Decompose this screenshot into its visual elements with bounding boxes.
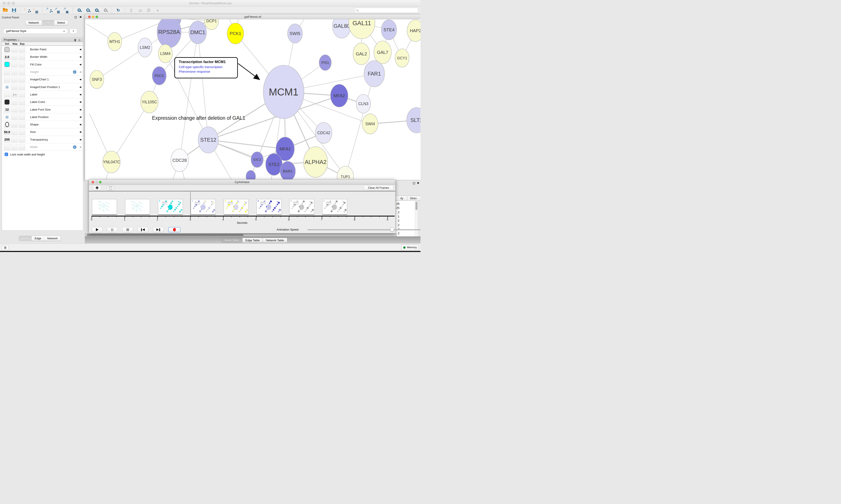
record-button[interactable]	[168, 227, 180, 232]
property-row-label-color[interactable]: Label Color◀	[2, 98, 83, 106]
stop-button[interactable]	[122, 227, 133, 232]
float-table-icon[interactable]: ▢	[413, 181, 415, 184]
expand-row-icon[interactable]: ◀	[79, 86, 81, 88]
expand-row-icon[interactable]: ◀	[79, 115, 81, 119]
task-history-button[interactable]: ≣	[2, 245, 9, 250]
annotation-link-1[interactable]: Cell-type-specific transcription	[179, 65, 237, 69]
network-node-GCY1[interactable]: GCY1	[395, 49, 409, 67]
zoom-in-icon[interactable]: +	[76, 7, 82, 13]
app-close-button[interactable]	[3, 2, 6, 5]
float-panel-icon[interactable]: ▢	[74, 16, 77, 19]
close-panel-icon[interactable]: ✖	[79, 16, 82, 19]
property-row-shape[interactable]: Shape◀	[2, 121, 83, 128]
property-row-border-width[interactable]: 2.0Border Width◀	[2, 53, 83, 61]
property-row-height[interactable]: Heighti◀	[2, 68, 83, 76]
go-to-start-button[interactable]	[138, 227, 148, 232]
save-icon[interactable]	[11, 7, 17, 13]
keyframe-thumbnail-4[interactable]	[223, 199, 249, 215]
window-zoom-icon[interactable]	[95, 16, 98, 18]
network-node-YIL105C[interactable]: YIL105C	[141, 91, 158, 113]
timeline-track[interactable]	[92, 216, 395, 217]
expand-row-icon[interactable]: ◀	[79, 123, 81, 126]
annotation-link-2[interactable]: Pheromone response	[179, 70, 237, 73]
property-row-width[interactable]: Widthi◀	[2, 143, 83, 151]
export-network-icon[interactable]: ↗	[46, 7, 52, 13]
export-image-icon[interactable]: ↗▣	[63, 7, 69, 13]
property-row-image-chart-position-1[interactable]: ▤Image/Chart Position 1◀	[2, 83, 83, 91]
expand-row-icon[interactable]: ◀	[79, 93, 81, 96]
default-value-swatch[interactable]	[4, 47, 10, 53]
style-selector[interactable]: galFiltered Style ▼	[3, 29, 68, 34]
keyframe-thumbnail-1[interactable]	[125, 199, 150, 215]
app-zoom-button[interactable]	[12, 2, 15, 5]
import-network-icon[interactable]: ↓	[24, 7, 30, 13]
network-node-SLT2[interactable]: SLT2	[407, 108, 420, 133]
expand-row-icon[interactable]: ◀	[79, 101, 81, 103]
network-node-CLN3[interactable]: CLN3	[356, 94, 371, 113]
export-document-icon[interactable]: ▯	[128, 7, 134, 13]
zoom-fit-icon[interactable]: ▢	[93, 7, 100, 13]
window-minimize-icon[interactable]	[95, 181, 98, 183]
expand-row-icon[interactable]: ◀	[79, 48, 81, 51]
info-icon[interactable]: i	[73, 145, 76, 149]
network-node-MCM1[interactable]: MCM1	[263, 65, 304, 119]
tab-style[interactable]: Style	[42, 20, 54, 25]
expand-row-icon[interactable]: ◀	[79, 71, 81, 73]
default-value-swatch[interactable]	[4, 99, 10, 105]
network-node-LSM2[interactable]: LSM2	[138, 38, 152, 57]
network-node-DMC1[interactable]: DMC1	[189, 21, 207, 44]
network-edge[interactable]	[198, 32, 208, 140]
pause-button[interactable]	[107, 227, 118, 232]
network-node-GAL2[interactable]: GAL2	[353, 43, 370, 65]
network-node-SWI4[interactable]: SWI4	[362, 114, 378, 134]
show-details-icon[interactable]: ◑	[155, 7, 161, 13]
property-row-label-position[interactable]: ▤Label Position◀	[2, 113, 83, 121]
tab-network[interactable]: Network	[25, 20, 42, 25]
network-node-CDC42[interactable]: CDC42	[315, 122, 332, 143]
network-node-BAR1[interactable]: BAR1	[280, 161, 296, 180]
network-node-PIS1[interactable]: PIS1	[319, 55, 332, 71]
properties-header[interactable]: Properties▼ ≫ ≪	[2, 37, 83, 42]
property-row-size[interactable]: 50.0Size◀	[2, 128, 83, 136]
network-node-PCK1[interactable]: PCK1	[227, 23, 244, 44]
export-table-icon[interactable]: ↗▦	[54, 7, 60, 13]
clear-all-frames-button[interactable]: Clear All Frames	[363, 185, 394, 190]
property-row-border-paint[interactable]: Border Paint◀	[2, 46, 83, 53]
keyframe-thumbnail-3[interactable]	[191, 199, 216, 215]
network-node-RPS28A[interactable]: RPS28A	[157, 19, 181, 48]
property-row-label[interactable]: ⋮›Label◀	[2, 91, 83, 98]
keyframe-thumbnail-7[interactable]	[322, 199, 347, 215]
tab-node[interactable]: Node	[19, 236, 32, 240]
property-row-transparency[interactable]: 255Transparency◀	[2, 136, 83, 143]
info-icon[interactable]: i	[73, 70, 76, 74]
expand-row-icon[interactable]: ◀	[79, 130, 81, 133]
expand-row-icon[interactable]: ◀	[79, 108, 81, 111]
expand-row-icon[interactable]: ◀	[79, 146, 81, 148]
keyframe-thumbnail-2[interactable]	[158, 199, 183, 215]
tab-node-table[interactable]: Node Table	[222, 238, 243, 242]
window-close-icon[interactable]	[88, 16, 91, 18]
memory-button[interactable]: Memory	[401, 245, 419, 250]
property-row-image-chart-1[interactable]: Image/Chart 1◀	[2, 76, 83, 83]
style-options-button[interactable]: ▼	[70, 29, 77, 34]
add-keyframe-button[interactable]: ✚	[93, 185, 101, 191]
network-node-GIC2[interactable]: GIC2	[251, 152, 263, 167]
expand-row-icon[interactable]: ◀	[79, 63, 81, 66]
network-node-SWI5[interactable]: SWI5	[288, 24, 302, 43]
table-body[interactable]: 26252122222	[394, 201, 417, 238]
window-close-icon[interactable]	[92, 181, 94, 183]
hide-details-icon[interactable]: ∅	[146, 7, 152, 13]
go-to-end-button[interactable]	[153, 227, 164, 232]
network-canvas[interactable]: DCP1RPS28ADMC1PCK1MTH1LSM2LSM4SWI5GAL80G…	[85, 19, 420, 180]
tab-edge-table[interactable]: Edge Table	[243, 238, 263, 242]
network-node-GAL7[interactable]: GAL7	[374, 41, 391, 64]
network-node-MFA2[interactable]: MFA2	[330, 84, 348, 107]
keyframe-thumbnail-6[interactable]	[289, 199, 314, 215]
network-node-PDC5[interactable]: PDC5	[152, 67, 166, 85]
table-vertical-scrollbar[interactable]	[415, 201, 418, 238]
delete-keyframe-button[interactable]	[106, 185, 114, 191]
network-node-YNL047C[interactable]: YNL047C	[103, 151, 120, 173]
network-node-ALPHA2[interactable]: ALPHA2	[304, 147, 328, 177]
network-edge[interactable]	[180, 32, 198, 160]
zoom-out-icon[interactable]: −	[85, 7, 91, 13]
